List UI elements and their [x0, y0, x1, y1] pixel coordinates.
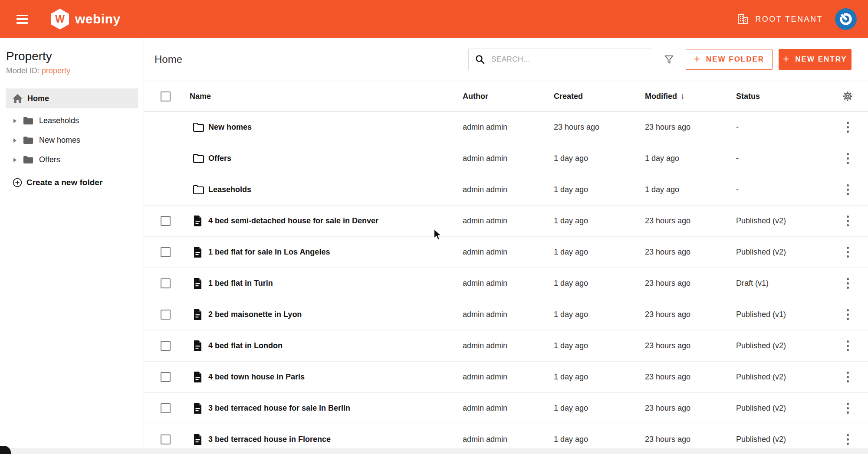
row-actions-menu-icon[interactable]: [842, 275, 853, 291]
expand-caret-icon[interactable]: [13, 158, 16, 162]
user-avatar[interactable]: [835, 8, 857, 30]
new-folder-button[interactable]: + NEW FOLDER: [686, 49, 773, 70]
top-app-bar: W webiny ROOT TENANT: [0, 0, 868, 38]
row-modified: 23 hours ago: [645, 372, 736, 382]
table-row[interactable]: Offers admin admin 1 day ago 1 day ago -: [144, 143, 868, 174]
row-modified: 23 hours ago: [645, 216, 736, 225]
row-checkbox[interactable]: [161, 341, 171, 351]
hamburger-menu-icon[interactable]: [16, 15, 28, 24]
row-checkbox[interactable]: [161, 278, 171, 288]
sidebar-folder-item[interactable]: Offers: [0, 150, 144, 170]
row-actions-menu-icon[interactable]: [842, 244, 853, 260]
new-entry-button[interactable]: + NEW ENTRY: [779, 49, 852, 70]
row-author: admin admin: [463, 154, 554, 163]
row-modified: 1 day ago: [645, 185, 736, 194]
row-name[interactable]: 4 bed semi-detached house for sale in De…: [208, 216, 463, 225]
content-toolbar: Home + NEW FOLDER + NEW ENTRY: [144, 38, 868, 81]
row-author: admin admin: [463, 372, 554, 382]
table-row[interactable]: Leaseholds admin admin 1 day ago 1 day a…: [144, 174, 868, 206]
row-author: admin admin: [463, 185, 554, 194]
row-name[interactable]: 4 bed flat in London: [208, 341, 463, 350]
row-actions-menu-icon[interactable]: [842, 213, 853, 229]
expand-caret-icon[interactable]: [13, 138, 16, 143]
row-created: 1 day ago: [554, 185, 645, 194]
row-modified: 23 hours ago: [645, 310, 736, 319]
row-checkbox[interactable]: [161, 434, 171, 444]
table-settings-gear-icon[interactable]: [842, 90, 854, 102]
row-author: admin admin: [463, 341, 554, 350]
row-actions-menu-icon[interactable]: [842, 400, 853, 416]
folder-icon: [193, 154, 204, 163]
filter-button[interactable]: [664, 54, 674, 65]
row-author: admin admin: [463, 216, 554, 225]
table-row[interactable]: 1 bed flat in Turin admin admin 1 day ag…: [144, 268, 868, 299]
table-row[interactable]: 4 bed semi-detached house for sale in De…: [144, 206, 868, 237]
row-name[interactable]: 3 bed terraced house in Florence: [208, 435, 463, 444]
tenant-label: ROOT TENANT: [755, 15, 823, 24]
row-checkbox[interactable]: [161, 372, 171, 382]
select-all-checkbox[interactable]: [161, 91, 171, 101]
model-id-label: Model ID:: [6, 66, 39, 75]
row-actions-menu-icon[interactable]: [842, 182, 853, 198]
row-status: Draft (v1): [736, 279, 827, 288]
building-icon: [737, 13, 749, 25]
row-actions-menu-icon[interactable]: [842, 338, 853, 354]
row-checkbox[interactable]: [161, 310, 171, 320]
row-checkbox[interactable]: [161, 403, 171, 413]
row-name[interactable]: New homes: [208, 123, 463, 132]
row-created: 1 day ago: [554, 248, 645, 257]
row-created: 23 hours ago: [554, 123, 645, 132]
column-header-modified[interactable]: Modified↓: [645, 91, 736, 101]
folder-icon: [23, 136, 33, 144]
row-status: Published (v2): [736, 248, 827, 257]
row-status: -: [736, 123, 827, 132]
plus-icon: +: [783, 53, 790, 65]
row-created: 1 day ago: [554, 279, 645, 288]
table-row[interactable]: 4 bed town house in Paris admin admin 1 …: [144, 362, 868, 393]
document-icon: [193, 340, 203, 352]
row-modified: 23 hours ago: [645, 123, 736, 132]
row-created: 1 day ago: [554, 372, 645, 382]
expand-caret-icon[interactable]: [13, 119, 16, 123]
row-status: -: [736, 154, 827, 163]
row-actions-menu-icon[interactable]: [842, 431, 853, 447]
table-row[interactable]: 1 bed flat for sale in Los Angeles admin…: [144, 237, 868, 268]
row-name[interactable]: 1 bed flat in Turin: [208, 279, 463, 288]
row-actions-menu-icon[interactable]: [842, 369, 853, 385]
row-author: admin admin: [463, 248, 554, 257]
horizontal-scrollbar-track[interactable]: [0, 448, 868, 454]
table-row[interactable]: 2 bed maisonette in Lyon admin admin 1 d…: [144, 299, 868, 330]
folder-icon: [23, 117, 33, 125]
sidebar-home-label: Home: [27, 94, 49, 103]
sidebar-item-home[interactable]: Home: [6, 88, 138, 108]
search-input[interactable]: [491, 55, 646, 64]
row-name[interactable]: 4 bed town house in Paris: [208, 372, 463, 382]
row-name[interactable]: 3 bed terraced house for sale in Berlin: [208, 404, 463, 413]
table-row[interactable]: New homes admin admin 23 hours ago 23 ho…: [144, 112, 868, 143]
create-folder-label: Create a new folder: [26, 178, 102, 187]
plus-icon: +: [694, 53, 701, 65]
row-modified: 1 day ago: [645, 154, 736, 163]
row-actions-menu-icon[interactable]: [842, 150, 853, 167]
row-created: 1 day ago: [554, 310, 645, 319]
folder-tree: Leaseholds New homes Offers: [0, 111, 144, 170]
row-checkbox[interactable]: [161, 247, 171, 257]
row-name[interactable]: Leaseholds: [208, 185, 463, 194]
row-checkbox[interactable]: [161, 216, 171, 226]
webiny-logo: W webiny: [50, 8, 121, 30]
row-author: admin admin: [463, 123, 554, 132]
row-actions-menu-icon[interactable]: [842, 119, 853, 135]
row-name[interactable]: 2 bed maisonette in Lyon: [208, 310, 463, 319]
table-row[interactable]: 4 bed flat in London admin admin 1 day a…: [144, 330, 868, 362]
model-id-value[interactable]: property: [42, 66, 70, 75]
row-name[interactable]: Offers: [208, 154, 463, 163]
row-name[interactable]: 1 bed flat for sale in Los Angeles: [208, 248, 463, 257]
sidebar-folder-item[interactable]: Leaseholds: [0, 111, 144, 131]
row-modified: 23 hours ago: [645, 341, 736, 350]
create-folder-button[interactable]: Create a new folder: [0, 177, 144, 188]
sidebar-folder-item[interactable]: New homes: [0, 131, 144, 150]
table-row[interactable]: 3 bed terraced house for sale in Berlin …: [144, 393, 868, 424]
row-actions-menu-icon[interactable]: [842, 307, 853, 323]
tenant-selector[interactable]: ROOT TENANT: [737, 13, 823, 25]
row-modified: 23 hours ago: [645, 435, 736, 444]
